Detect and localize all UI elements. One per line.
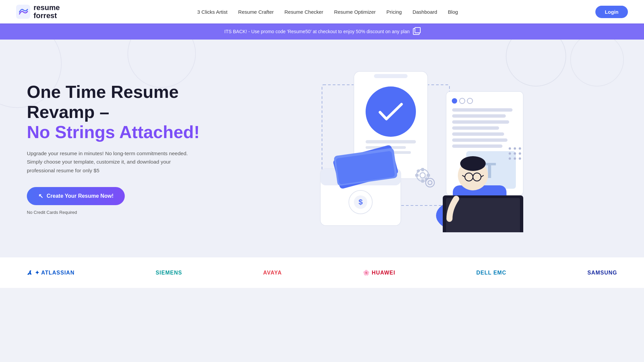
svg-point-54 [509,153,511,155]
brand-dellemc: DELL EMC [476,270,506,276]
svg-rect-21 [415,174,419,177]
svg-rect-20 [421,179,424,183]
svg-point-52 [514,147,516,150]
nav-optimizer[interactable]: Resume Optimizer [334,9,376,15]
svg-rect-19 [421,168,424,171]
brands-section: ✦ ATLASSIAN SIEMENS AVAYA 🌸 HUAWEI DELL … [0,257,644,288]
svg-point-28 [452,98,457,104]
copy-icon[interactable] [413,28,420,35]
svg-rect-35 [452,132,504,136]
brand-siemens: SIEMENS [156,270,182,276]
svg-rect-22 [427,174,430,177]
hero-title-accent: No Strings Attached! [27,122,200,142]
nav-pricing[interactable]: Pricing [386,9,402,15]
svg-rect-50 [446,198,520,232]
navbar: resume forrest 3 Clicks Artist Resume Cr… [0,0,644,23]
svg-rect-31 [452,108,513,112]
login-button[interactable]: Login [595,6,628,18]
svg-rect-36 [452,138,507,142]
hero-content: One Time Resume Revamp – No Strings Atta… [27,82,215,215]
svg-rect-32 [452,114,506,118]
cursor-icon: ↖ [38,192,43,200]
svg-point-56 [519,153,521,155]
brand-samsung: SAMSUNG [587,270,617,276]
svg-rect-5 [366,140,416,143]
nav-blog[interactable]: Blog [448,9,458,15]
svg-point-4 [366,86,416,137]
svg-rect-37 [452,144,502,148]
svg-point-26 [428,181,432,185]
svg-point-59 [519,158,521,160]
gear-2 [426,178,434,187]
svg-point-43 [460,156,486,171]
svg-point-55 [514,153,516,155]
no-credit-text: No Credit Cards Required [27,210,215,215]
hero-illustration: $ [215,61,617,236]
svg-rect-3 [374,74,408,78]
brand-huawei: 🌸 HUAWEI [363,269,395,276]
svg-point-51 [509,147,511,150]
svg-rect-33 [452,120,509,124]
nav-checker[interactable]: Resume Checker [284,9,323,15]
promo-text: ITS BACK! - Use promo code 'Resume50' at… [224,29,410,34]
svg-point-58 [514,158,516,160]
nav-crafter[interactable]: Resume Crafter [238,9,274,15]
nav-links: 3 Clicks Artist Resume Crafter Resume Ch… [197,9,458,15]
brand-avaya: AVAYA [263,270,282,276]
hero-section: One Time Resume Revamp – No Strings Atta… [0,40,644,257]
hero-svg: $ [302,65,530,232]
hero-title: One Time Resume Revamp – No Strings Atta… [27,82,215,142]
logo-icon [16,5,30,19]
hero-subtitle: Upgrade your resume in minutes! No long-… [27,149,195,175]
cta-label: Create Your Resume Now! [47,193,113,199]
logo-text: resume forrest [34,4,60,20]
svg-point-53 [519,147,521,150]
svg-rect-34 [452,126,499,130]
svg-text:$: $ [359,198,363,206]
svg-point-57 [509,158,511,160]
svg-point-25 [426,178,434,187]
nav-dashboard[interactable]: Dashboard [413,9,437,15]
promo-banner: ITS BACK! - Use promo code 'Resume50' at… [0,23,644,40]
cta-button[interactable]: ↖ Create Your Resume Now! [27,187,125,205]
atlassian-icon [27,270,33,276]
brand-atlassian: ✦ ATLASSIAN [27,269,74,276]
nav-3clicks[interactable]: 3 Clicks Artist [197,9,227,15]
logo[interactable]: resume forrest [16,4,60,20]
